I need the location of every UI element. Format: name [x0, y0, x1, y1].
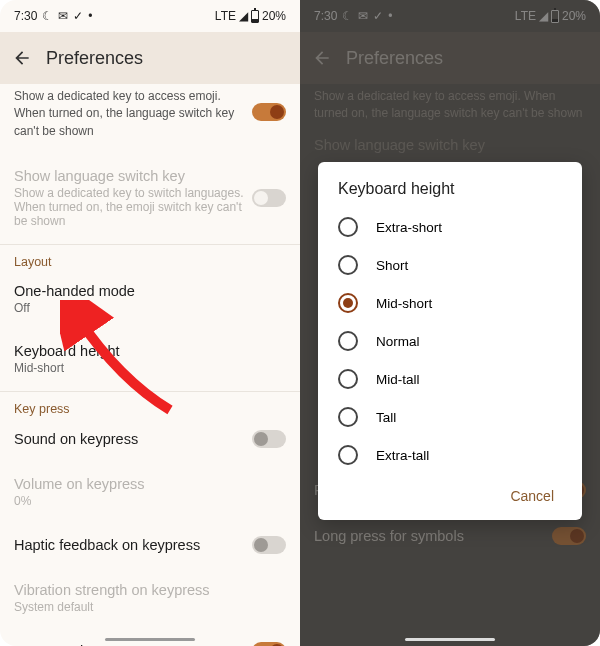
network-label: LTE	[215, 9, 236, 23]
language-switch-row: Show language switch key Show a dedicate…	[14, 154, 286, 242]
radio-option-mid-short[interactable]: Mid-short	[338, 284, 562, 322]
page-title: Preferences	[46, 48, 143, 69]
radio-label: Extra-tall	[376, 448, 429, 463]
mail-icon: ✉	[58, 9, 68, 23]
divider	[0, 391, 300, 392]
radio-option-tall[interactable]: Tall	[338, 398, 562, 436]
language-switch-title: Show language switch key	[14, 168, 252, 184]
radio-label: Mid-short	[376, 296, 432, 311]
vibration-value: System default	[14, 600, 286, 614]
volume-value: 0%	[14, 494, 286, 508]
emoji-key-desc: Show a dedicated key to access emoji. Wh…	[14, 84, 252, 140]
divider	[0, 244, 300, 245]
emoji-key-toggle[interactable]	[252, 103, 286, 121]
radio-option-normal[interactable]: Normal	[338, 322, 562, 360]
radio-icon	[338, 369, 358, 389]
haptic-toggle[interactable]	[252, 536, 286, 554]
battery-icon	[251, 10, 259, 23]
one-handed-row[interactable]: One-handed mode Off	[14, 269, 286, 329]
sound-title: Sound on keypress	[14, 431, 252, 447]
app-bar: Preferences	[0, 32, 300, 84]
radio-icon	[338, 445, 358, 465]
section-layout: Layout	[14, 255, 286, 269]
cancel-button[interactable]: Cancel	[502, 482, 562, 510]
settings-content: Show a dedicated key to access emoji. Wh…	[0, 84, 300, 646]
sound-row[interactable]: Sound on keypress	[14, 416, 286, 462]
status-time: 7:30	[14, 9, 37, 23]
battery-pct: 20%	[262, 9, 286, 23]
keyboard-height-row[interactable]: Keyboard height Mid-short	[14, 329, 286, 389]
section-keypress: Key press	[14, 402, 286, 416]
radio-label: Extra-short	[376, 220, 442, 235]
keyboard-height-dialog: Keyboard height Extra-short Short Mid-sh…	[318, 162, 582, 520]
right-pane: 7:30 ☾ ✉ ✓ • LTE ◢ 20% Preferences Show …	[300, 0, 600, 646]
popup-toggle[interactable]	[252, 642, 286, 646]
volume-title: Volume on keypress	[14, 476, 286, 492]
radio-icon	[338, 331, 358, 351]
status-bar: 7:30 ☾ ✉ ✓ • LTE ◢ 20%	[0, 0, 300, 32]
left-pane: 7:30 ☾ ✉ ✓ • LTE ◢ 20% Preferences Show …	[0, 0, 300, 646]
radio-icon	[338, 217, 358, 237]
radio-label: Mid-tall	[376, 372, 420, 387]
signal-icon: ◢	[239, 9, 248, 23]
keyboard-height-value: Mid-short	[14, 361, 286, 375]
radio-option-mid-tall[interactable]: Mid-tall	[338, 360, 562, 398]
radio-option-short[interactable]: Short	[338, 246, 562, 284]
language-switch-desc: Show a dedicated key to switch languages…	[14, 186, 252, 228]
vibration-row: Vibration strength on keypress System de…	[14, 568, 286, 628]
haptic-row[interactable]: Haptic feedback on keypress	[14, 522, 286, 568]
home-indicator	[105, 638, 195, 641]
language-switch-toggle	[252, 189, 286, 207]
dot-icon: •	[88, 9, 92, 23]
radio-icon	[338, 293, 358, 313]
vibration-title: Vibration strength on keypress	[14, 582, 286, 598]
volume-row: Volume on keypress 0%	[14, 462, 286, 522]
dialog-title: Keyboard height	[338, 180, 562, 198]
radio-icon	[338, 407, 358, 427]
message-icon: ✓	[73, 9, 83, 23]
moon-icon: ☾	[42, 9, 53, 23]
haptic-title: Haptic feedback on keypress	[14, 537, 252, 553]
radio-label: Tall	[376, 410, 396, 425]
keyboard-height-title: Keyboard height	[14, 343, 286, 359]
home-indicator	[405, 638, 495, 641]
radio-group: Extra-short Short Mid-short Normal Mid-t…	[338, 208, 562, 474]
radio-option-extra-short[interactable]: Extra-short	[338, 208, 562, 246]
radio-label: Normal	[376, 334, 420, 349]
back-button[interactable]	[12, 48, 32, 68]
radio-icon	[338, 255, 358, 275]
radio-label: Short	[376, 258, 408, 273]
one-handed-value: Off	[14, 301, 286, 315]
radio-option-extra-tall[interactable]: Extra-tall	[338, 436, 562, 474]
one-handed-title: One-handed mode	[14, 283, 286, 299]
sound-toggle[interactable]	[252, 430, 286, 448]
